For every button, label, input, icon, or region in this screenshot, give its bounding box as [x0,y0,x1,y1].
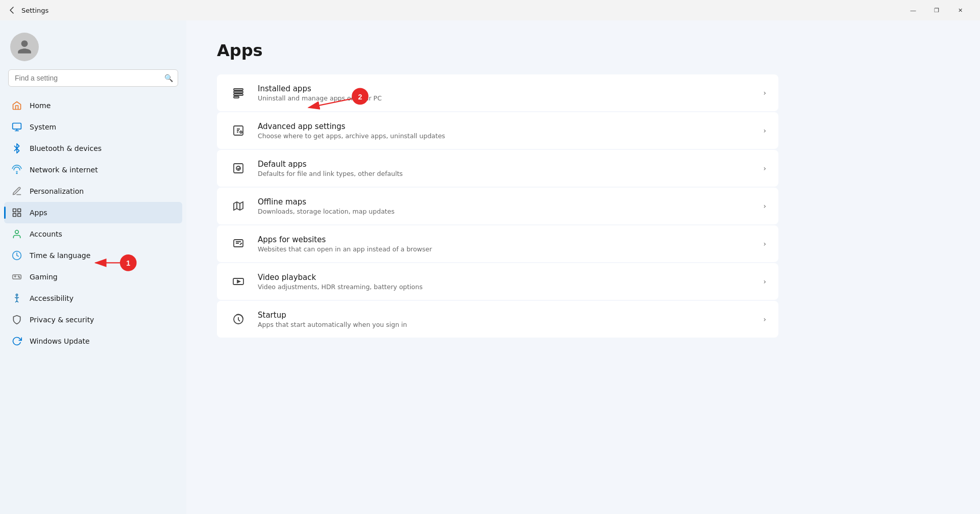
content-area: Apps Installed apps Uninstall and manage… [186,20,980,514]
nav-label-privacy: Privacy & security [30,316,94,324]
sidebar-item-bluetooth[interactable]: Bluetooth & devices [4,138,182,159]
settings-item-installed-apps[interactable]: Installed apps Uninstall and manage apps… [217,74,778,111]
sidebar-item-accessibility[interactable]: Accessibility [4,288,182,309]
svg-rect-2 [13,209,16,212]
nav-label-gaming: Gaming [30,273,58,281]
sidebar-item-personalization[interactable]: Personalization [4,181,182,202]
main-window: 🔍 Home System Bluetooth & devices Networ… [0,20,980,514]
nav-icon-time [11,250,22,261]
user-section [0,20,186,69]
svg-point-6 [15,230,19,234]
settings-icon-default-apps [229,159,248,177]
svg-rect-12 [234,89,243,90]
close-button[interactable]: ✕ [948,2,972,18]
svg-rect-5 [18,214,21,217]
window-controls: — ❐ ✕ [901,2,972,18]
sidebar-item-network[interactable]: Network & internet [4,159,182,181]
settings-text-apps-for-websites: Apps for websites Websites that can open… [258,235,753,253]
settings-icon-startup [229,310,248,328]
settings-desc-default-apps: Defaults for file and link types, other … [258,170,753,177]
search-box: 🔍 [8,69,178,87]
sidebar-item-accounts[interactable]: Accounts [4,223,182,245]
nav-label-accessibility: Accessibility [30,294,74,302]
chevron-icon-apps-for-websites: › [763,240,766,248]
settings-title-advanced-app-settings: Advanced app settings [258,122,753,131]
sidebar-item-home[interactable]: Home [4,95,182,116]
chevron-icon-advanced-app-settings: › [763,126,766,135]
nav-label-bluetooth: Bluetooth & devices [30,144,102,152]
settings-text-offline-maps: Offline maps Downloads, storage location… [258,197,753,215]
settings-title-apps-for-websites: Apps for websites [258,235,753,244]
svg-point-10 [19,277,20,278]
nav-icon-network [11,164,22,175]
nav-label-network: Network & internet [30,166,98,174]
chevron-icon-default-apps: › [763,164,766,172]
settings-icon-apps-for-websites [229,235,248,253]
settings-text-video-playback: Video playback Video adjustments, HDR st… [258,273,753,291]
sidebar: 🔍 Home System Bluetooth & devices Networ… [0,20,186,514]
nav-icon-home [11,100,22,111]
settings-icon-video-playback [229,272,248,291]
settings-item-default-apps[interactable]: Default apps Defaults for file and link … [217,150,778,187]
settings-item-advanced-app-settings[interactable]: Advanced app settings Choose where to ge… [217,112,778,149]
nav-label-apps: Apps [30,209,47,217]
back-icon[interactable] [8,6,16,14]
chevron-icon-video-playback: › [763,277,766,286]
settings-title-video-playback: Video playback [258,273,753,282]
sidebar-item-update[interactable]: Windows Update [4,330,182,352]
sidebar-item-system[interactable]: System [4,116,182,138]
window-wrapper: 🔍 Home System Bluetooth & devices Networ… [0,20,980,514]
svg-rect-4 [13,214,16,217]
nav-label-personalization: Personalization [30,187,84,195]
svg-rect-18 [234,164,243,173]
user-avatar-icon [16,39,33,55]
nav-icon-system [11,121,22,133]
settings-desc-startup: Apps that start automatically when you s… [258,321,753,328]
nav-icon-accessibility [11,293,22,304]
settings-desc-video-playback: Video adjustments, HDR streaming, batter… [258,283,753,291]
page-title: Apps [217,41,949,60]
nav-label-time: Time & language [30,251,90,260]
nav-icon-accounts [11,228,22,240]
settings-item-video-playback[interactable]: Video playback Video adjustments, HDR st… [217,263,778,300]
settings-item-startup[interactable]: Startup Apps that start automatically wh… [217,301,778,338]
sidebar-item-apps[interactable]: Apps [4,202,182,223]
nav-icon-apps [11,207,22,218]
settings-item-apps-for-websites[interactable]: Apps for websites Websites that can open… [217,225,778,262]
settings-title-startup: Startup [258,311,753,320]
search-input[interactable] [8,69,178,87]
window-title: Settings [21,7,48,14]
settings-title-offline-maps: Offline maps [258,197,753,207]
settings-icon-advanced-app-settings [229,121,248,140]
settings-title-installed-apps: Installed apps [258,84,753,93]
settings-text-startup: Startup Apps that start automatically wh… [258,311,753,328]
nav-icon-gaming [11,271,22,282]
nav-icon-privacy [11,314,22,325]
settings-text-installed-apps: Installed apps Uninstall and manage apps… [258,84,753,102]
nav-label-home: Home [30,101,51,110]
avatar [10,33,39,61]
nav-icon-personalization [11,186,22,197]
nav-list: Home System Bluetooth & devices Network … [0,93,186,354]
settings-item-offline-maps[interactable]: Offline maps Downloads, storage location… [217,188,778,224]
nav-label-accounts: Accounts [30,230,62,238]
settings-text-advanced-app-settings: Advanced app settings Choose where to ge… [258,122,753,140]
svg-rect-14 [234,94,243,95]
svg-rect-15 [234,96,239,98]
settings-desc-installed-apps: Uninstall and manage apps on your PC [258,94,753,102]
chevron-icon-startup: › [763,315,766,323]
settings-list: Installed apps Uninstall and manage apps… [217,74,778,338]
nav-label-update: Windows Update [30,337,90,345]
nav-label-system: System [30,123,56,131]
settings-desc-apps-for-websites: Websites that can open in an app instead… [258,245,753,253]
nav-icon-update [11,336,22,347]
sidebar-item-gaming[interactable]: Gaming [4,266,182,288]
title-bar-left: Settings [8,6,48,14]
sidebar-item-privacy[interactable]: Privacy & security [4,309,182,330]
svg-rect-13 [234,91,243,93]
settings-icon-offline-maps [229,197,248,215]
maximize-button[interactable]: ❐ [925,2,948,18]
minimize-button[interactable]: — [901,2,925,18]
svg-rect-3 [18,209,21,212]
sidebar-item-time[interactable]: Time & language [4,245,182,266]
